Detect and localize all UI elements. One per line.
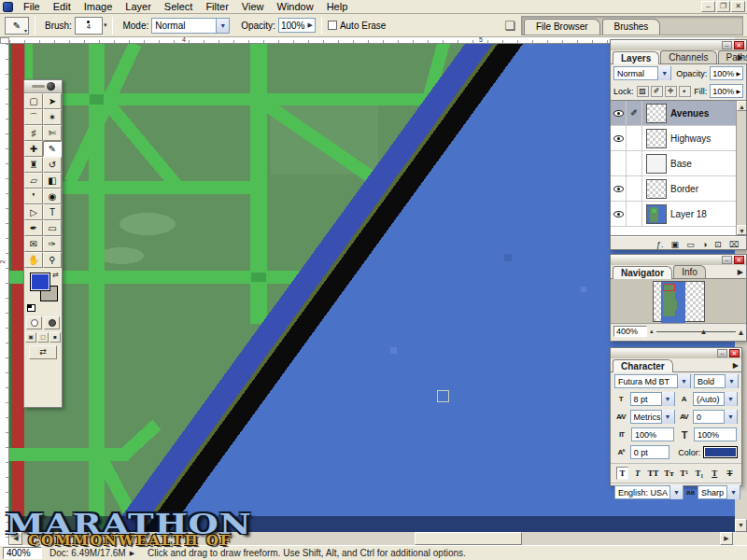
zoom-tool-button[interactable]: ⚲ [43, 252, 62, 268]
pen-tool-button[interactable]: ✒ [24, 220, 43, 236]
gradient-tool-button[interactable]: ◧ [43, 173, 62, 189]
standard-screen-button[interactable]: ▣ [25, 332, 36, 343]
visibility-toggle[interactable] [611, 151, 627, 176]
magic-wand-tool-button[interactable]: ✶ [43, 109, 62, 125]
minimize-icon[interactable]: – [722, 256, 732, 264]
font-style-select[interactable]: Bold ▼ [694, 374, 739, 388]
menu-select[interactable]: Select [158, 0, 200, 13]
layer-fill-field[interactable]: 100% ▶ [710, 84, 743, 98]
restore-button[interactable]: ❐ [716, 1, 730, 12]
faux-italic-button[interactable]: T [631, 467, 643, 480]
lock-image-icon[interactable]: ✐ [651, 86, 663, 97]
eyedropper-tool-button[interactable]: ✑ [43, 236, 62, 252]
scroll-down-icon[interactable]: ▼ [735, 519, 747, 532]
layer-mask-icon[interactable]: ▣ [671, 240, 680, 249]
marquee-tool-button[interactable]: ▢ [24, 93, 43, 109]
mode-select[interactable]: Normal ▼ [151, 18, 230, 34]
layer-opacity-field[interactable]: 100% ▶ [710, 66, 743, 80]
doc-size-readout[interactable]: Doc: 6.49M/17.6M ▶ [49, 548, 134, 558]
tool-preset-picker[interactable]: ✎ ▾ [5, 17, 29, 35]
small-caps-button[interactable]: Tᴛ [663, 467, 675, 480]
quick-mask-mode-button[interactable] [44, 316, 60, 329]
minimize-icon[interactable]: – [717, 349, 727, 357]
all-caps-button[interactable]: TT [647, 467, 660, 480]
tab-layers[interactable]: Layers [613, 51, 659, 64]
menu-edit[interactable]: Edit [47, 0, 78, 13]
clone-stamp-tool-button[interactable]: ♜ [24, 157, 43, 173]
underline-button[interactable]: T [709, 467, 721, 480]
vertical-scale-field[interactable]: 100% [631, 427, 674, 441]
opacity-field[interactable]: 100% ▶ [278, 18, 316, 33]
menu-view[interactable]: View [235, 0, 271, 13]
fullscreen-menubar-button[interactable]: ▢ [37, 332, 49, 343]
lock-transparency-icon[interactable]: ▨ [637, 86, 649, 97]
layer-thumbnail[interactable] [646, 104, 667, 123]
link-edit-box[interactable] [627, 202, 642, 227]
panel-menu-icon[interactable]: ▶ [738, 53, 743, 62]
link-edit-box[interactable] [627, 176, 642, 202]
layer-row-base[interactable]: Base [611, 151, 746, 176]
layer-row-highways[interactable]: Highways [611, 126, 746, 151]
layer-row-avenues[interactable]: ✐Avenues [611, 101, 746, 126]
character-panel-header[interactable]: – ✕ [611, 348, 741, 358]
layer-row-layer-18[interactable]: Layer 18 [611, 202, 746, 227]
language-select[interactable]: English: USA ▼ [614, 485, 684, 499]
healing-brush-tool-button[interactable]: ✚ [24, 141, 43, 157]
horizontal-scale-field[interactable]: 100% [694, 427, 737, 441]
link-edit-box[interactable] [627, 151, 642, 176]
layers-scrollbar[interactable]: ▲ ▼ [736, 101, 746, 235]
move-tool-button[interactable]: ➤ [43, 93, 62, 109]
tab-channels[interactable]: Channels [660, 50, 716, 63]
superscript-button[interactable]: T¹ [678, 467, 690, 480]
kerning-select[interactable]: Metrics ▼ [630, 410, 675, 424]
layer-thumbnail[interactable] [646, 204, 667, 224]
visibility-toggle[interactable] [611, 202, 627, 227]
layer-thumbnail[interactable] [646, 179, 667, 199]
horizontal-scroll-thumb[interactable] [415, 532, 522, 545]
crop-tool-button[interactable]: ♯ [24, 125, 43, 141]
visibility-toggle[interactable] [611, 126, 627, 151]
slice-tool-button[interactable]: ✄ [43, 125, 62, 141]
toolbox-grip[interactable] [24, 80, 62, 93]
link-edit-box[interactable]: ✐ [627, 101, 642, 126]
blend-mode-select[interactable]: Normal ▼ [613, 66, 671, 80]
layers-panel-header[interactable]: – ✕ [611, 40, 746, 50]
menu-help[interactable]: Help [320, 0, 355, 13]
font-family-select[interactable]: Futura Md BT ▼ [614, 374, 691, 388]
leading-select[interactable]: (Auto) ▼ [693, 392, 738, 406]
default-colors-icon[interactable] [27, 304, 35, 312]
adjustment-layer-icon[interactable]: ◑ [702, 240, 707, 249]
history-brush-tool-button[interactable]: ↺ [43, 157, 62, 173]
standard-mode-button[interactable] [26, 316, 42, 329]
font-size-select[interactable]: 8 pt ▼ [630, 392, 675, 406]
zoom-in-icon[interactable]: ▴ [739, 327, 743, 337]
close-icon[interactable]: ✕ [734, 256, 744, 264]
baseline-field[interactable]: 0 pt [630, 445, 670, 459]
navigator-panel-header[interactable]: – ✕ [611, 255, 746, 265]
lock-all-icon[interactable]: ▪ [679, 86, 691, 97]
well-tab-file-browser[interactable]: File Browser [524, 19, 600, 35]
close-icon[interactable]: ✕ [734, 41, 744, 49]
navigator-preview[interactable] [611, 279, 746, 324]
hand-tool-button[interactable]: ✋ [24, 252, 43, 268]
minimize-button[interactable]: – [701, 1, 715, 12]
layer-thumbnail[interactable] [646, 129, 667, 148]
well-tab-brushes[interactable]: Brushes [602, 19, 661, 35]
minimize-icon[interactable]: – [722, 41, 732, 49]
pencil-tool-button[interactable]: ✎ [43, 141, 62, 157]
eraser-tool-button[interactable]: ▱ [24, 173, 43, 189]
tab-navigator[interactable]: Navigator [613, 266, 672, 279]
faux-bold-button[interactable]: T [616, 467, 628, 480]
scroll-down-icon[interactable]: ▼ [737, 225, 746, 235]
navigator-view-box[interactable] [663, 284, 675, 291]
visibility-toggle[interactable] [611, 176, 627, 202]
menu-image[interactable]: Image [78, 0, 120, 13]
zoom-out-icon[interactable]: ▴ [650, 328, 654, 335]
layer-row-border[interactable]: Border [611, 176, 746, 202]
layer-thumbnail[interactable] [646, 154, 667, 174]
menu-file[interactable]: File [17, 0, 47, 13]
navigator-zoom-field[interactable]: 400% [613, 326, 647, 337]
scroll-right-icon[interactable]: ▶ [720, 532, 733, 545]
foreground-color-swatch[interactable] [30, 273, 50, 291]
fullscreen-button[interactable]: ■ [49, 332, 61, 343]
